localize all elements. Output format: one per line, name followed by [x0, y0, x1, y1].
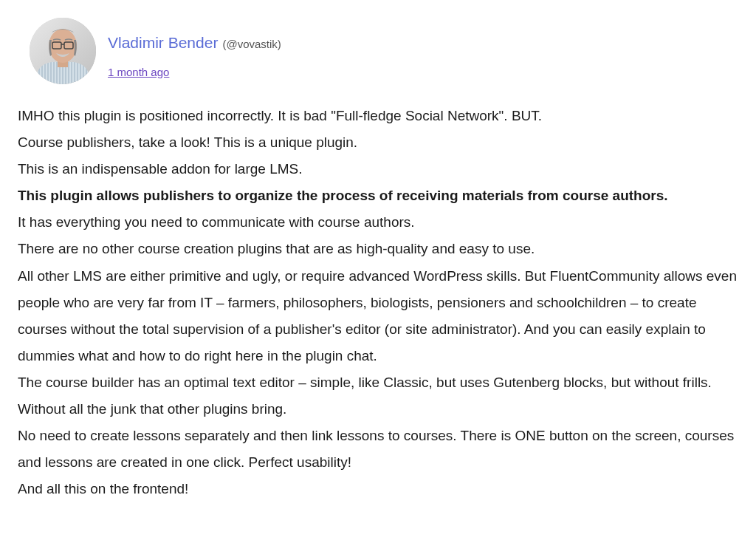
comment-paragraph: All other LMS are either primitive and u…: [18, 263, 738, 369]
comment-paragraph: Course publishers, take a look! This is …: [18, 129, 738, 156]
comment-paragraph: And all this on the frontend!: [18, 476, 738, 502]
author-info: Vladimir Bender (@vovastik) 1 month ago: [108, 18, 281, 85]
comment-paragraph-bold: This plugin allows publishers to organiz…: [18, 182, 738, 209]
author-handle: (@vovastik): [222, 34, 281, 55]
comment-paragraph: The course builder has an optimal text e…: [18, 369, 738, 423]
comment-paragraph: There are no other course creation plugi…: [18, 236, 738, 262]
comment-header: Vladimir Bender (@vovastik) 1 month ago: [30, 18, 738, 85]
comment-timestamp-link[interactable]: 1 month ago: [108, 62, 169, 83]
avatar-image-icon: [30, 18, 96, 84]
comment-paragraph: It has everything you need to communicat…: [18, 209, 738, 236]
comment-paragraph: No need to create lessons separately and…: [18, 423, 738, 476]
comment-paragraph: IMHO this plugin is positioned incorrect…: [18, 103, 738, 129]
author-name-link[interactable]: Vladimir Bender: [108, 28, 218, 58]
comment-paragraph: This is an indispensable addon for large…: [18, 156, 738, 182]
avatar[interactable]: [30, 18, 96, 84]
author-line: Vladimir Bender (@vovastik): [108, 28, 281, 58]
comment-body: IMHO this plugin is positioned incorrect…: [18, 103, 738, 502]
